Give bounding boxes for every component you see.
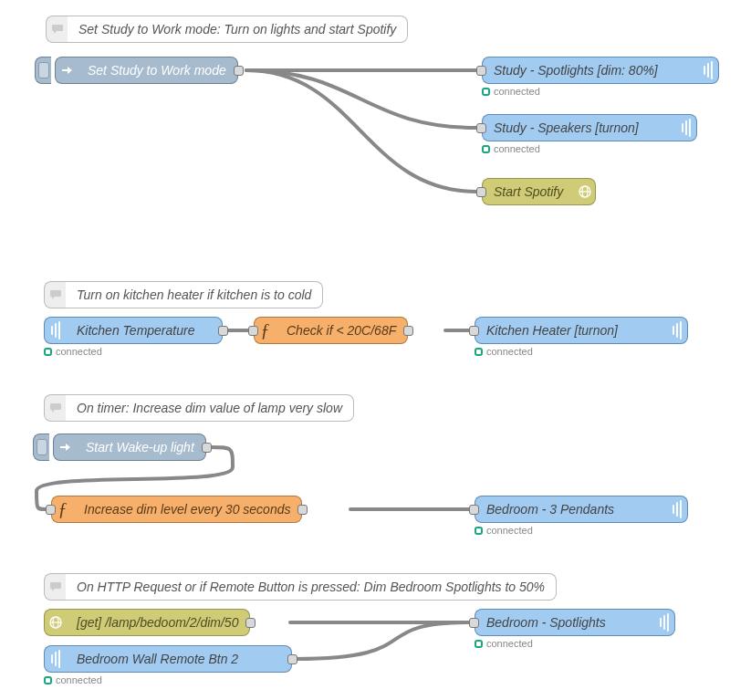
stripes-icon <box>675 114 697 141</box>
http-in-node[interactable]: [get] /lamp/bedoom/2/dim/50 <box>44 609 250 636</box>
comment-node[interactable]: Turn on kitchen heater if kitchen is to … <box>44 281 372 308</box>
device-label: Bedroom - Spotlights <box>475 609 653 636</box>
device-node[interactable]: Bedroom - Spotlights connected <box>475 609 675 636</box>
comment-icon <box>44 394 66 422</box>
function-label: Increase dim level every 30 seconds <box>73 496 302 523</box>
inject-label: Set Study to Work mode <box>77 57 238 84</box>
stripes-icon <box>44 317 66 344</box>
device-label: Bedroom - 3 Pendants <box>475 496 666 523</box>
flow-canvas[interactable]: Set Study to Work mode: Turn on lights a… <box>0 0 751 700</box>
comment-icon <box>44 281 66 308</box>
output-port[interactable] <box>297 505 308 515</box>
stripes-icon <box>44 645 66 673</box>
globe-icon <box>44 609 66 636</box>
device-input-node[interactable]: Bedroom Wall Remote Btn 2 connected <box>44 645 292 673</box>
input-port[interactable] <box>469 618 479 628</box>
comment-text: On timer: Increase dim value of lamp ver… <box>66 394 354 422</box>
input-port[interactable] <box>248 326 258 336</box>
function-label: Check if < 20C/68F <box>276 317 408 344</box>
http-node[interactable]: Start Spotify <box>482 178 596 205</box>
status-badge: connected <box>482 86 540 97</box>
device-label: Bedroom Wall Remote Btn 2 <box>66 645 292 673</box>
inject-node[interactable]: Set Study to Work mode <box>55 57 238 84</box>
comment-text: Turn on kitchen heater if kitchen is to … <box>66 281 323 308</box>
status-badge: connected <box>475 638 533 649</box>
comment-icon <box>46 16 68 43</box>
status-badge: connected <box>44 346 102 357</box>
device-node[interactable]: Study - Speakers [turnon] connected <box>482 114 697 141</box>
status-badge: connected <box>44 674 102 685</box>
stripes-icon <box>666 317 688 344</box>
output-port[interactable] <box>234 66 244 76</box>
device-label: Kitchen Heater [turnon] <box>475 317 666 344</box>
comment-text: On HTTP Request or if Remote Button is p… <box>66 573 557 601</box>
output-port[interactable] <box>245 618 256 628</box>
comment-node[interactable]: Set Study to Work mode: Turn on lights a… <box>46 16 491 43</box>
input-port[interactable] <box>476 66 486 76</box>
http-label: Start Spotify <box>482 178 574 205</box>
input-port[interactable] <box>476 123 486 133</box>
stripes-icon <box>666 496 688 523</box>
input-port[interactable] <box>469 505 479 515</box>
arrow-right-icon <box>53 434 75 461</box>
inject-node[interactable]: Start Wake-up light <box>53 434 206 461</box>
comment-node[interactable]: On HTTP Request or if Remote Button is p… <box>44 573 607 601</box>
comment-node[interactable]: On timer: Increase dim value of lamp ver… <box>44 394 409 422</box>
comment-icon <box>44 573 66 601</box>
comment-text: Set Study to Work mode: Turn on lights a… <box>68 16 408 43</box>
inject-button[interactable] <box>35 57 51 84</box>
status-badge: connected <box>482 143 540 154</box>
inject-button[interactable] <box>33 434 49 461</box>
function-node[interactable]: ƒ Check if < 20C/68F <box>254 317 408 344</box>
input-port[interactable] <box>469 326 479 336</box>
input-port[interactable] <box>476 187 486 197</box>
device-node[interactable]: Kitchen Heater [turnon] connected <box>475 317 688 344</box>
device-node[interactable]: Bedroom - 3 Pendants connected <box>475 496 688 523</box>
output-port[interactable] <box>287 654 297 664</box>
function-node[interactable]: ƒ Increase dim level every 30 seconds <box>51 496 302 523</box>
http-label: [get] /lamp/bedoom/2/dim/50 <box>66 609 250 636</box>
globe-icon <box>574 178 596 205</box>
arrow-right-icon <box>55 57 77 84</box>
device-label: Kitchen Temperature <box>66 317 223 344</box>
output-port[interactable] <box>218 326 228 336</box>
stripes-icon <box>697 57 719 84</box>
device-node[interactable]: Study - Spotlights [dim: 80%] connected <box>482 57 719 84</box>
status-badge: connected <box>475 525 533 536</box>
status-badge: connected <box>475 346 533 357</box>
device-input-node[interactable]: Kitchen Temperature connected <box>44 317 223 344</box>
output-port[interactable] <box>202 443 212 453</box>
output-port[interactable] <box>403 326 413 336</box>
inject-label: Start Wake-up light <box>75 434 206 461</box>
device-label: Study - Spotlights [dim: 80%] <box>482 57 697 84</box>
input-port[interactable] <box>46 505 56 515</box>
device-label: Study - Speakers [turnon] <box>482 114 675 141</box>
stripes-icon <box>653 609 675 636</box>
